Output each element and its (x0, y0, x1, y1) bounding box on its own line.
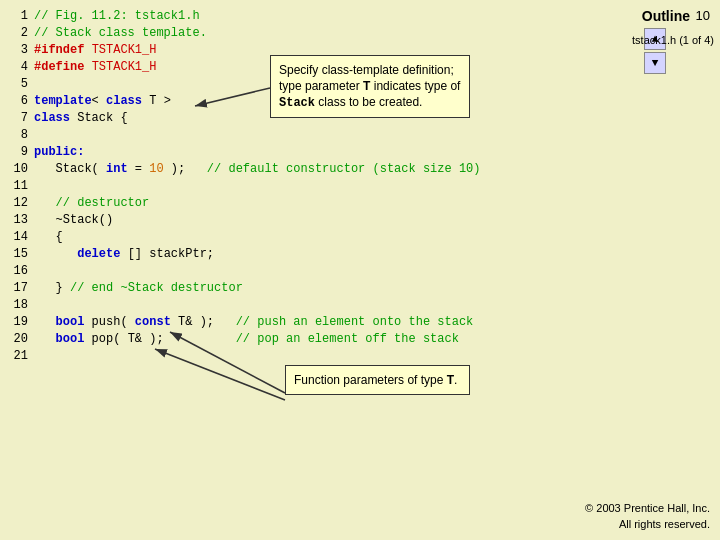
tooltip2-text: Function parameters of type T. (294, 373, 457, 387)
code-text (34, 263, 41, 280)
tooltip-function-params: Function parameters of type T. (285, 365, 470, 395)
code-line: 15 delete [] stackPtr; (10, 246, 640, 263)
code-line: 20 bool pop( T& ); // pop an element off… (10, 331, 640, 348)
line-number: 4 (10, 59, 28, 76)
line-number: 20 (10, 331, 28, 348)
code-line: 13 ~Stack() (10, 212, 640, 229)
code-line: 16 (10, 263, 640, 280)
code-text: template< class T > (34, 93, 171, 110)
code-text: bool push( const T& ); // push an elemen… (34, 314, 473, 331)
code-text: class Stack { (34, 110, 128, 127)
code-text: // destructor (34, 195, 149, 212)
line-number: 18 (10, 297, 28, 314)
code-text: // Stack class template. (34, 25, 207, 42)
outline-title: Outline (642, 8, 690, 24)
code-text: Stack( int = 10 ); // default constructo… (34, 161, 481, 178)
line-number: 6 (10, 93, 28, 110)
code-line: 10 Stack( int = 10 ); // default constru… (10, 161, 640, 178)
code-line: 9 public: (10, 144, 640, 161)
line-number: 21 (10, 348, 28, 365)
line-number: 17 (10, 280, 28, 297)
line-number: 13 (10, 212, 28, 229)
code-text (34, 127, 41, 144)
line-number: 12 (10, 195, 28, 212)
line-number: 3 (10, 42, 28, 59)
line-number: 10 (10, 161, 28, 178)
footer-line1: © 2003 Prentice Hall, Inc. (585, 500, 710, 516)
code-line: 18 (10, 297, 640, 314)
line-number: 8 (10, 127, 28, 144)
page-number: 10 (696, 8, 710, 23)
code-line: 1 // Fig. 11.2: tstack1.h (10, 8, 640, 25)
line-number: 14 (10, 229, 28, 246)
line-number: 19 (10, 314, 28, 331)
line-number: 5 (10, 76, 28, 93)
footer: © 2003 Prentice Hall, Inc. All rights re… (585, 500, 710, 532)
code-text: #ifndef TSTACK1_H (34, 42, 156, 59)
code-line: 19 bool push( const T& ); // push an ele… (10, 314, 640, 331)
code-line: 14 { (10, 229, 640, 246)
code-text (34, 178, 41, 195)
code-text: delete [] stackPtr; (34, 246, 214, 263)
line-number: 1 (10, 8, 28, 25)
code-text: ~Stack() (34, 212, 113, 229)
footer-line2: All rights reserved. (585, 516, 710, 532)
code-text (34, 348, 41, 365)
nav-down-button[interactable]: ▼ (644, 52, 666, 74)
code-text (34, 76, 41, 93)
main-content: 1 // Fig. 11.2: tstack1.h 2 // Stack cla… (0, 0, 720, 540)
line-number: 9 (10, 144, 28, 161)
line-number: 7 (10, 110, 28, 127)
code-text: public: (34, 144, 84, 161)
code-text: } // end ~Stack destructor (34, 280, 243, 297)
code-text: // Fig. 11.2: tstack1.h (34, 8, 200, 25)
code-text: { (34, 229, 63, 246)
line-number: 16 (10, 263, 28, 280)
code-line: 21 (10, 348, 640, 365)
code-line: 12 // destructor (10, 195, 640, 212)
code-text (34, 297, 41, 314)
line-number: 11 (10, 178, 28, 195)
line-number: 2 (10, 25, 28, 42)
file-label: tstack1.h (1 of 4) (632, 32, 714, 48)
code-line: 8 (10, 127, 640, 144)
code-line: 17 } // end ~Stack destructor (10, 280, 640, 297)
code-text: #define TSTACK1_H (34, 59, 156, 76)
tooltip1-text: Specify class-template definition; type … (279, 63, 460, 109)
code-line: 2 // Stack class template. (10, 25, 640, 42)
line-number: 15 (10, 246, 28, 263)
code-line: 11 (10, 178, 640, 195)
tooltip-class-template: Specify class-template definition; type … (270, 55, 470, 118)
code-text: bool pop( T& ); // pop an element off th… (34, 331, 459, 348)
